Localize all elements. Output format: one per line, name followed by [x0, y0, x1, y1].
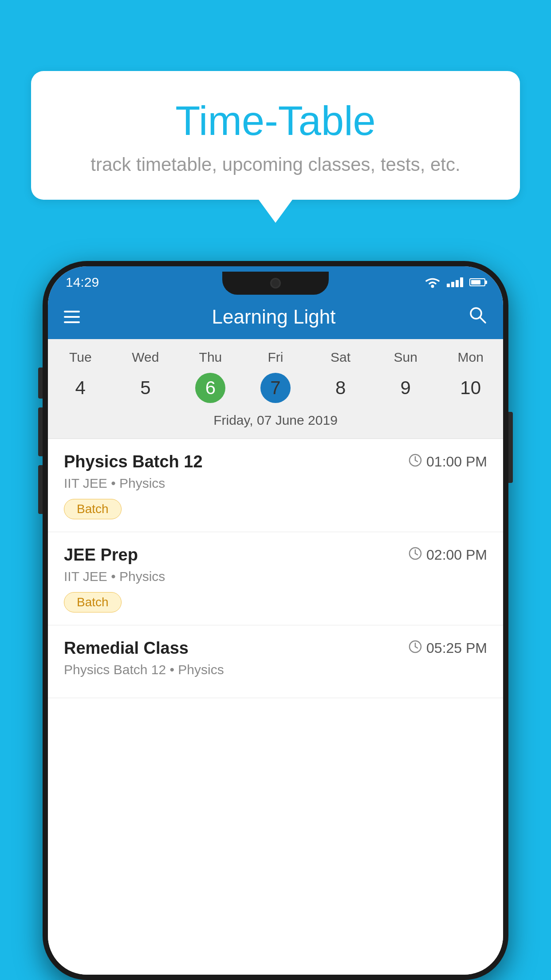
- side-button-power: [38, 368, 43, 399]
- selected-date-label: Friday, 07 June 2019: [48, 413, 503, 430]
- schedule-list: Physics Batch 12 01:00 PM: [48, 439, 503, 975]
- schedule-item-2-title: JEE Prep: [64, 545, 138, 565]
- search-icon: [468, 305, 487, 324]
- today-circle: 6: [195, 373, 225, 403]
- day-5[interactable]: 5: [113, 372, 178, 404]
- app-bar: Learning Light: [48, 295, 503, 339]
- day-names-row: Tue Wed Thu Fri Sat Sun Mon: [48, 350, 503, 365]
- speech-bubble: Time-Table track timetable, upcoming cla…: [31, 71, 520, 200]
- wifi-icon: [425, 277, 441, 288]
- schedule-item-1-header: Physics Batch 12 01:00 PM: [64, 452, 487, 471]
- speech-bubble-container: Time-Table track timetable, upcoming cla…: [31, 71, 520, 223]
- day-name-thu[interactable]: Thu: [178, 350, 243, 365]
- schedule-item-2-time: 02:00 PM: [409, 547, 487, 564]
- status-icons: [425, 277, 485, 288]
- hamburger-line-2: [64, 316, 80, 318]
- day-6-today[interactable]: 6: [178, 372, 243, 404]
- bubble-subtitle: track timetable, upcoming classes, tests…: [53, 154, 498, 175]
- svg-line-2: [480, 317, 485, 323]
- calendar-strip: Tue Wed Thu Fri Sat Sun Mon 4 5 6: [48, 339, 503, 439]
- day-name-sun[interactable]: Sun: [373, 350, 438, 365]
- search-button[interactable]: [468, 305, 487, 329]
- selected-circle: 7: [260, 373, 291, 403]
- schedule-item-3[interactable]: Remedial Class 05:25 PM: [48, 625, 503, 698]
- day-10[interactable]: 10: [438, 372, 503, 404]
- day-name-sat[interactable]: Sat: [308, 350, 373, 365]
- app-title: Learning Light: [93, 306, 454, 328]
- status-time: 14:29: [66, 275, 99, 290]
- side-button-volume-up: [38, 407, 43, 456]
- clock-icon-3: [409, 640, 422, 657]
- schedule-item-2-header: JEE Prep 02:00 PM: [64, 545, 487, 565]
- schedule-item-1-time: 01:00 PM: [409, 454, 487, 470]
- phone-camera: [270, 278, 281, 288]
- schedule-item-3-subtitle: Physics Batch 12 • Physics: [64, 662, 487, 677]
- phone-screen: 14:29: [48, 266, 503, 975]
- clock-icon-2: [409, 547, 422, 564]
- schedule-item-2[interactable]: JEE Prep 02:00 PM: [48, 532, 503, 625]
- day-9[interactable]: 9: [373, 372, 438, 404]
- svg-line-8: [415, 553, 417, 555]
- svg-line-5: [415, 460, 417, 462]
- day-4[interactable]: 4: [48, 372, 113, 404]
- schedule-item-3-title: Remedial Class: [64, 639, 189, 658]
- svg-line-11: [415, 647, 417, 648]
- day-7-selected[interactable]: 7: [243, 372, 308, 404]
- schedule-item-3-header: Remedial Class 05:25 PM: [64, 639, 487, 658]
- schedule-item-2-subtitle: IIT JEE • Physics: [64, 569, 487, 584]
- clock-icon-1: [409, 454, 422, 470]
- bubble-title: Time-Table: [53, 98, 498, 144]
- schedule-item-1[interactable]: Physics Batch 12 01:00 PM: [48, 439, 503, 532]
- day-8[interactable]: 8: [308, 372, 373, 404]
- speech-bubble-arrow: [259, 200, 292, 223]
- schedule-item-1-title: Physics Batch 12: [64, 452, 203, 471]
- day-name-fri[interactable]: Fri: [243, 350, 308, 365]
- phone-notch: [222, 272, 329, 295]
- svg-point-0: [431, 285, 434, 288]
- phone-outer: 14:29: [43, 261, 508, 980]
- phone-content: 14:29: [48, 266, 503, 975]
- day-numbers-row: 4 5 6 7 8 9 10: [48, 372, 503, 404]
- hamburger-line-1: [64, 311, 80, 312]
- schedule-item-2-tag: Batch: [64, 592, 122, 612]
- schedule-item-1-subtitle: IIT JEE • Physics: [64, 476, 487, 491]
- signal-icon: [447, 277, 463, 287]
- menu-button[interactable]: [64, 311, 80, 323]
- day-name-tue[interactable]: Tue: [48, 350, 113, 365]
- side-button-volume-down: [38, 465, 43, 514]
- phone-frame: 14:29: [43, 261, 508, 980]
- schedule-item-1-tag: Batch: [64, 499, 122, 519]
- schedule-item-3-time: 05:25 PM: [409, 640, 487, 657]
- day-name-wed[interactable]: Wed: [113, 350, 178, 365]
- day-name-mon[interactable]: Mon: [438, 350, 503, 365]
- hamburger-line-3: [64, 321, 80, 323]
- battery-icon: [469, 278, 485, 286]
- side-button-right: [508, 412, 513, 483]
